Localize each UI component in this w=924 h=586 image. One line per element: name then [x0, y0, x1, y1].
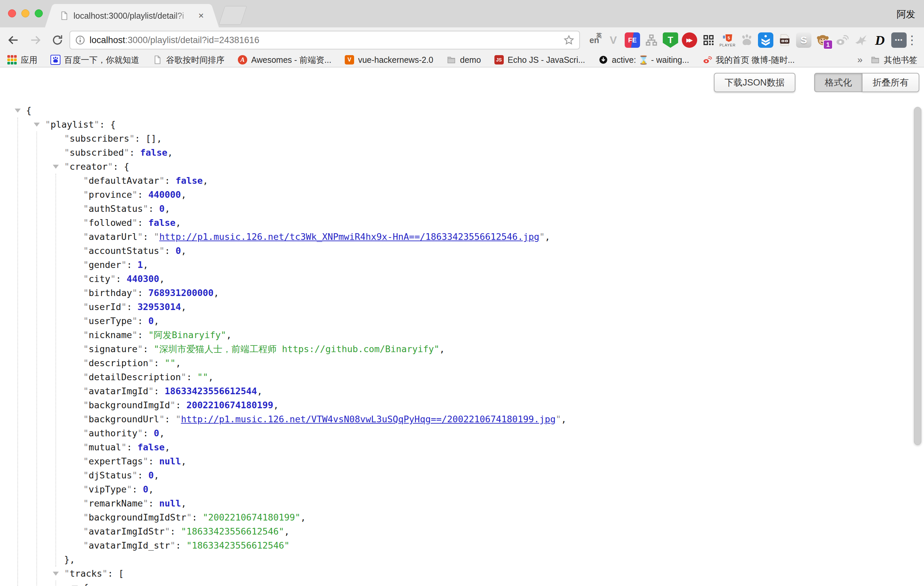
other-bookmarks-folder[interactable]: 其他书签 — [870, 54, 917, 66]
reload-button[interactable] — [50, 32, 66, 48]
maximize-window-button[interactable] — [35, 9, 43, 17]
json-key: birthday — [89, 288, 132, 298]
other-bookmarks-label: 其他书签 — [884, 54, 917, 66]
qr-code-icon[interactable] — [701, 32, 716, 48]
html5-player-icon[interactable]: 5PLAYER — [720, 32, 735, 48]
bookmarks-overflow-chevron[interactable]: » — [857, 54, 863, 65]
bookmark-item[interactable]: 我的首页 微博-随时... — [702, 54, 795, 66]
json-key: accountStatus — [89, 246, 159, 256]
bookmark-label: 我的首页 微博-随时... — [716, 54, 795, 66]
bookmark-item[interactable]: 谷歌按时间排序 — [152, 54, 224, 66]
json-key: creator — [69, 161, 107, 172]
collapse-triangle-icon[interactable] — [15, 109, 21, 112]
downloader-icon[interactable] — [758, 32, 773, 48]
new-tab-button[interactable] — [219, 6, 247, 25]
json-line: "subscribed": false, — [0, 146, 924, 160]
info-icon[interactable] — [75, 35, 86, 45]
tab-close-icon[interactable]: × — [198, 11, 204, 20]
paw-icon[interactable] — [739, 32, 754, 48]
bookmark-label: 应用 — [21, 54, 38, 66]
forward-button[interactable] — [27, 32, 43, 48]
json-line: "tracks": [ — [0, 567, 924, 581]
tab-bar: localhost:3000/playlist/detail?i × 阿发 — [0, 0, 924, 27]
json-line: { — [0, 104, 924, 117]
url-bar[interactable]: localhost:3000/playlist/detail?id=243816… — [69, 31, 580, 50]
json-key: djStatus — [89, 470, 132, 480]
bookmark-label: active: ⌛ - waiting... — [612, 55, 689, 65]
extension-badge: 1 — [823, 40, 833, 50]
fe-icon[interactable]: FE — [625, 32, 640, 48]
weibo-grey-icon[interactable] — [834, 32, 850, 48]
json-key: subscribed — [69, 147, 124, 158]
awesomes-icon: A — [237, 55, 248, 65]
json-value: false — [140, 147, 167, 158]
close-window-button[interactable] — [8, 9, 16, 17]
bookmark-item[interactable]: demo — [446, 55, 481, 65]
back-button[interactable] — [5, 32, 21, 48]
bookmark-label: 谷歌按时间排序 — [166, 54, 224, 66]
sass-icon[interactable]: S — [796, 32, 812, 48]
json-link[interactable]: http://p1.music.126.net/tc3Wk_XNPmwiR4hx… — [159, 231, 540, 242]
collapse-triangle-icon[interactable] — [53, 165, 59, 169]
bookmark-item[interactable]: 应用 — [7, 54, 38, 66]
json-key: followed — [89, 218, 132, 228]
json-line: "creator": { — [0, 160, 924, 174]
folder-icon — [446, 55, 457, 65]
json-value: 18633423556612546 — [186, 526, 279, 536]
indent-guide — [56, 581, 56, 586]
indent-guide — [17, 117, 18, 586]
bookmark-star-icon[interactable] — [563, 35, 574, 46]
json-value: 0 — [143, 484, 148, 494]
monkey-icon[interactable]: 1 — [815, 32, 830, 48]
json-value: false — [138, 442, 165, 452]
bookmark-item[interactable]: active: ⌛ - waiting... — [598, 55, 689, 65]
tampermonkey-shield-icon[interactable]: T — [663, 32, 678, 48]
svg-text:5: 5 — [728, 36, 730, 40]
collapse-all-button[interactable]: 折叠所有 — [862, 73, 919, 92]
bookmark-item[interactable]: 百度一下，你就知道 — [50, 54, 139, 66]
minimize-window-button[interactable] — [21, 9, 30, 17]
url-host: localhost — [89, 35, 125, 45]
orgchart-icon[interactable] — [644, 32, 659, 48]
bird-icon[interactable] — [853, 32, 868, 48]
bookmark-item[interactable]: AAwesomes - 前端资... — [237, 54, 332, 66]
profile-name[interactable]: 阿发 — [897, 8, 915, 21]
json-value: 阿发Binaryify — [153, 330, 221, 340]
download-json-button[interactable]: 下载JSON数据 — [714, 73, 795, 92]
weibo-icon — [702, 55, 713, 65]
json-key: province — [89, 190, 132, 200]
url-text: localhost:3000/playlist/detail?id=243816… — [89, 35, 563, 45]
tab-title: localhost:3000/playlist/detail?i — [74, 11, 196, 21]
vue-icon[interactable]: V — [606, 32, 621, 48]
dark-mode-icon[interactable]: D — [872, 32, 888, 48]
json-key: userType — [89, 316, 132, 326]
browser-tab[interactable]: localhost:3000/playlist/detail?i × — [54, 4, 210, 27]
json-value: 18633423556612544 — [165, 386, 257, 396]
json-value: 440300 — [127, 274, 159, 284]
json-line: }, — [0, 553, 924, 567]
collapse-triangle-icon[interactable] — [34, 123, 40, 127]
proxy-mask-icon[interactable] — [777, 32, 792, 48]
browser-window: localhost:3000/playlist/detail?i × 阿发 lo… — [0, 0, 924, 586]
json-value: 440000 — [148, 190, 181, 200]
json-line: "avatarUrl": "http://p1.music.126.net/tc… — [0, 230, 924, 244]
translate-icon[interactable]: en英 — [587, 32, 602, 48]
json-key: avatarImgIdStr — [89, 526, 165, 536]
scrollbar-thumb[interactable] — [914, 107, 921, 445]
json-key: authStatus — [89, 203, 143, 214]
json-link[interactable]: http://p1.music.126.net/VTW4vsN08vwL3uSQ… — [181, 414, 556, 424]
video-speed-icon[interactable]: ▸▸ — [682, 32, 697, 48]
json-key: vipType — [89, 484, 127, 494]
format-button[interactable]: 格式化 — [814, 73, 863, 92]
chrome-menu-icon[interactable]: ⋮ — [905, 32, 919, 48]
bookmark-item[interactable]: JSEcho JS - JavaScri... — [494, 55, 585, 65]
json-value: 1 — [138, 259, 143, 270]
json-line: "nickname": "阿发Binaryify", — [0, 328, 924, 342]
json-value: 0 — [148, 470, 153, 480]
bookmark-item[interactable]: Vvue-hackernews-2.0 — [344, 55, 433, 65]
json-line: "djStatus": 0, — [0, 469, 924, 482]
json-key: avatarUrl — [89, 231, 137, 242]
json-line: "backgroundImgId": 2002210674180199, — [0, 398, 924, 412]
bookmark-label: vue-hackernews-2.0 — [358, 55, 433, 65]
collapse-triangle-icon[interactable] — [53, 572, 59, 576]
